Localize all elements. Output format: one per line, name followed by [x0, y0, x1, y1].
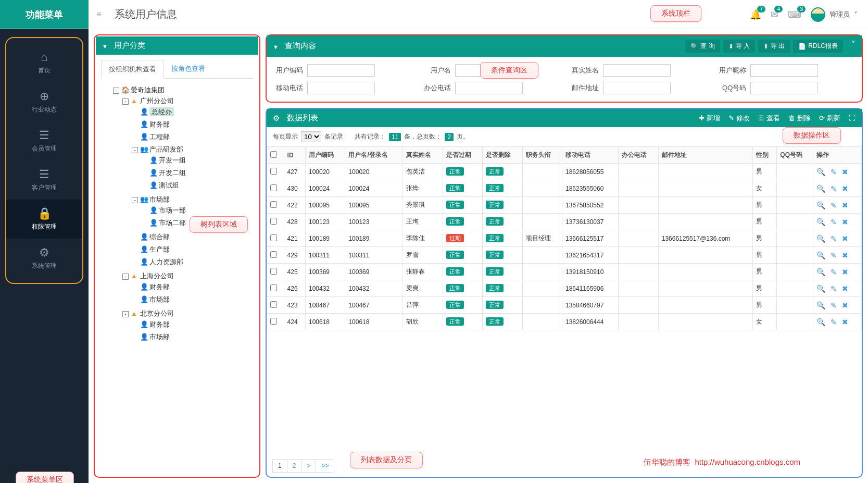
tree-node[interactable]: 👤综合部	[132, 231, 250, 243]
tree-node[interactable]: -▲广州分公司👤总经办👤财务部👤工程部-👥产品研发部👤开发一组👤开发二组👤测试组…	[122, 95, 250, 270]
query-field-input[interactable]	[455, 64, 523, 77]
tree-toggle-icon[interactable]: -	[122, 98, 129, 105]
query-field-input[interactable]	[307, 64, 375, 77]
export-button[interactable]: ⬆导 出	[758, 40, 790, 53]
import-button[interactable]: ⬇导 入	[723, 40, 755, 53]
row-delete-icon[interactable]: ✖	[842, 251, 848, 259]
tree-node[interactable]: 👤测试组	[141, 179, 250, 192]
row-delete-icon[interactable]: ✖	[842, 234, 848, 243]
tree-node[interactable]: 👤工程部	[132, 131, 250, 143]
tree-node[interactable]: 👤开发二组	[141, 167, 250, 179]
query-field-input[interactable]	[603, 82, 671, 94]
row-view-icon[interactable]: 🔍	[816, 234, 825, 243]
row-view-icon[interactable]: 🔍	[816, 301, 825, 309]
edit-button[interactable]: ✎ 修改	[728, 114, 750, 123]
tree-node[interactable]: 👤开发一组	[141, 154, 250, 167]
tree-node[interactable]: 👤市场部	[132, 331, 250, 343]
row-checkbox[interactable]	[270, 301, 277, 308]
sidebar-item-2[interactable]: ☰会员管理	[6, 121, 82, 160]
tree-node[interactable]: 👤财务部	[132, 118, 250, 131]
row-edit-icon[interactable]: ✎	[831, 268, 837, 276]
query-field-input[interactable]	[603, 64, 671, 77]
row-checkbox[interactable]	[270, 201, 277, 208]
view-button[interactable]: ☰ 查看	[758, 114, 780, 123]
fullscreen-icon[interactable]: ⛶	[849, 114, 856, 123]
row-edit-icon[interactable]: ✎	[831, 168, 837, 176]
sidebar-item-5[interactable]: ⚙系统管理	[6, 239, 82, 278]
refresh-button[interactable]: ⟳ 刷新	[819, 114, 840, 123]
tree-node[interactable]: 👤总经办	[132, 106, 250, 118]
page-button[interactable]: 2	[287, 459, 302, 473]
page-button[interactable]: >>	[316, 459, 334, 473]
select-all-checkbox[interactable]	[270, 151, 277, 158]
tab-by-org[interactable]: 按组织机构查看	[101, 60, 164, 79]
mail-icon[interactable]: ✉4	[771, 9, 778, 20]
tab-by-role[interactable]: 按角色查看	[164, 60, 212, 78]
add-button[interactable]: ✚ 新增	[699, 114, 720, 123]
tree-toggle-icon[interactable]: -	[132, 197, 138, 203]
tree-toggle-icon[interactable]: -	[132, 147, 138, 153]
row-edit-icon[interactable]: ✎	[831, 318, 837, 326]
user-menu[interactable]: 管理员 ˅	[811, 7, 858, 22]
row-view-icon[interactable]: 🔍	[816, 201, 825, 209]
row-checkbox[interactable]	[270, 268, 277, 275]
tree-node[interactable]: -▲北京分公司👤财务部👤市场部	[122, 307, 250, 345]
tree-toggle-icon[interactable]: -	[122, 311, 129, 317]
row-checkbox[interactable]	[270, 168, 277, 175]
row-checkbox[interactable]	[270, 184, 277, 191]
row-checkbox[interactable]	[270, 284, 277, 291]
row-view-icon[interactable]: 🔍	[816, 218, 825, 226]
tree-node[interactable]: -👥市场部👤市场一部👤市场二部	[132, 193, 250, 231]
search-button[interactable]: 🔍查 询	[685, 40, 720, 53]
row-edit-icon[interactable]: ✎	[831, 234, 837, 243]
sidebar-toggle-icon[interactable]: ≡	[89, 10, 109, 19]
row-edit-icon[interactable]: ✎	[831, 251, 837, 259]
row-edit-icon[interactable]: ✎	[831, 301, 837, 309]
row-delete-icon[interactable]: ✖	[842, 318, 848, 326]
tree-node[interactable]: 👤市场一部	[141, 204, 250, 217]
row-view-icon[interactable]: 🔍	[816, 318, 825, 326]
rdlc-button[interactable]: 📄RDLC报表	[793, 40, 843, 53]
page-size-select[interactable]: 10	[301, 131, 321, 142]
page-button[interactable]: >	[301, 459, 316, 473]
delete-button[interactable]: 🗑 删除	[788, 114, 811, 123]
row-delete-icon[interactable]: ✖	[842, 268, 848, 276]
page-button[interactable]: 1	[272, 459, 287, 473]
row-delete-icon[interactable]: ✖	[842, 201, 848, 209]
bell-icon[interactable]: 🔔7	[750, 9, 761, 20]
row-delete-icon[interactable]: ✖	[842, 301, 848, 309]
sidebar-item-0[interactable]: ⌂首页	[6, 43, 82, 82]
query-field-input[interactable]	[750, 64, 818, 77]
sidebar-item-4[interactable]: 🔒权限管理	[6, 200, 82, 239]
row-edit-icon[interactable]: ✎	[831, 184, 837, 193]
tree-toggle-icon[interactable]: -	[113, 88, 119, 94]
query-field-input[interactable]	[750, 82, 818, 94]
query-field-input[interactable]	[455, 82, 523, 94]
row-view-icon[interactable]: 🔍	[816, 184, 825, 193]
row-view-icon[interactable]: 🔍	[816, 168, 825, 176]
row-checkbox[interactable]	[270, 251, 277, 258]
row-edit-icon[interactable]: ✎	[831, 284, 837, 293]
row-checkbox[interactable]	[270, 218, 277, 225]
tree-node[interactable]: 👤人力资源部	[132, 256, 250, 268]
tree-node[interactable]: 👤财务部	[132, 318, 250, 331]
row-delete-icon[interactable]: ✖	[842, 284, 848, 293]
tree-root-node[interactable]: -🏠爱奇迪集团-▲广州分公司👤总经办👤财务部👤工程部-👥产品研发部👤开发一组👤开…	[113, 84, 250, 346]
tree-node[interactable]: 👤市场二部	[141, 217, 250, 229]
row-delete-icon[interactable]: ✖	[842, 184, 848, 193]
calculator-icon[interactable]: ⌨3	[788, 9, 801, 20]
row-delete-icon[interactable]: ✖	[842, 168, 848, 176]
tree-node[interactable]: 👤财务部	[132, 281, 250, 293]
tree-node[interactable]: -▲上海分公司👤财务部👤市场部	[122, 270, 250, 307]
sidebar-item-1[interactable]: ⊕行业动态	[6, 82, 82, 121]
row-delete-icon[interactable]: ✖	[842, 218, 848, 226]
row-checkbox[interactable]	[270, 318, 277, 325]
expand-query-icon[interactable]	[851, 40, 856, 53]
query-field-input[interactable]	[307, 82, 375, 94]
row-view-icon[interactable]: 🔍	[816, 251, 825, 259]
row-checkbox[interactable]	[270, 234, 277, 241]
row-view-icon[interactable]: 🔍	[816, 284, 825, 293]
tree-node[interactable]: 👤生产部	[132, 243, 250, 256]
tree-node[interactable]: -👥产品研发部👤开发一组👤开发二组👤测试组	[132, 143, 250, 193]
sidebar-item-3[interactable]: ☰客户管理	[6, 160, 82, 200]
